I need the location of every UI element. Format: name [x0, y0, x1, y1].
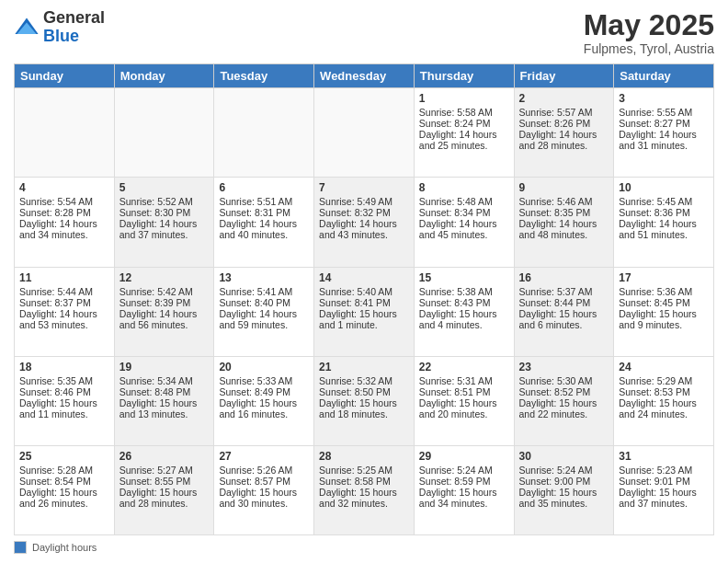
calendar-cell — [214, 88, 314, 178]
calendar-cell: 8Sunrise: 5:48 AMSunset: 8:34 PMDaylight… — [414, 178, 514, 267]
calendar-week-row: 4Sunrise: 5:54 AMSunset: 8:28 PMDaylight… — [15, 178, 714, 267]
day-info: Sunrise: 5:32 AM — [319, 375, 409, 386]
day-number: 27 — [219, 450, 309, 463]
day-info: Sunrise: 5:55 AM — [619, 107, 709, 118]
day-info: Daylight: 14 hours and 48 minutes. — [519, 218, 609, 240]
calendar-cell: 3Sunrise: 5:55 AMSunset: 8:27 PMDaylight… — [614, 88, 714, 178]
day-info: Daylight: 14 hours and 43 minutes. — [319, 218, 409, 240]
day-info: Sunrise: 5:52 AM — [119, 196, 210, 207]
day-info: Daylight: 14 hours and 51 minutes. — [619, 218, 709, 240]
day-info: Daylight: 14 hours and 28 minutes. — [519, 129, 609, 151]
calendar-cell — [15, 88, 115, 178]
day-number: 8 — [419, 181, 509, 194]
day-info: Sunset: 9:00 PM — [519, 476, 609, 487]
calendar-cell: 30Sunrise: 5:24 AMSunset: 9:00 PMDayligh… — [514, 445, 614, 534]
calendar-cell: 12Sunrise: 5:42 AMSunset: 8:39 PMDayligh… — [114, 267, 214, 356]
day-info: Daylight: 15 hours and 9 minutes. — [619, 308, 709, 330]
day-info: Sunrise: 5:44 AM — [19, 286, 109, 297]
day-info: Sunrise: 5:51 AM — [219, 196, 309, 207]
calendar-table: SundayMondayTuesdayWednesdayThursdayFrid… — [14, 63, 714, 535]
day-info: Sunset: 8:39 PM — [119, 297, 210, 308]
calendar-cell: 28Sunrise: 5:25 AMSunset: 8:58 PMDayligh… — [314, 445, 415, 534]
calendar-cell: 18Sunrise: 5:35 AMSunset: 8:46 PMDayligh… — [15, 356, 115, 445]
day-number: 19 — [119, 361, 210, 373]
day-info: Sunset: 8:53 PM — [619, 386, 709, 397]
day-info: Sunset: 8:50 PM — [319, 386, 409, 397]
day-info: Sunrise: 5:42 AM — [119, 286, 210, 297]
day-info: Sunrise: 5:27 AM — [119, 465, 210, 476]
day-info: Daylight: 15 hours and 32 minutes. — [319, 487, 409, 509]
day-number: 20 — [219, 361, 309, 373]
day-info: Sunset: 8:27 PM — [619, 118, 709, 129]
day-info: Sunrise: 5:25 AM — [319, 465, 409, 476]
calendar-cell: 26Sunrise: 5:27 AMSunset: 8:55 PMDayligh… — [114, 445, 214, 534]
day-number: 1 — [419, 92, 509, 105]
calendar-week-row: 11Sunrise: 5:44 AMSunset: 8:37 PMDayligh… — [15, 267, 714, 356]
day-info: Sunrise: 5:24 AM — [419, 465, 509, 476]
day-number: 4 — [19, 181, 109, 194]
day-info: Sunrise: 5:36 AM — [619, 286, 709, 297]
day-info: Daylight: 15 hours and 24 minutes. — [619, 397, 709, 419]
day-info: Sunrise: 5:48 AM — [419, 196, 509, 207]
day-info: Sunset: 8:55 PM — [119, 476, 210, 487]
day-info: Sunrise: 5:24 AM — [519, 465, 609, 476]
logo-blue: Blue — [43, 27, 79, 45]
calendar-cell: 15Sunrise: 5:38 AMSunset: 8:43 PMDayligh… — [414, 267, 514, 356]
logo-icon — [14, 15, 40, 40]
day-info: Daylight: 14 hours and 40 minutes. — [219, 218, 309, 240]
day-info: Sunrise: 5:30 AM — [519, 375, 609, 386]
day-info: Sunset: 8:57 PM — [219, 476, 309, 487]
calendar-cell: 21Sunrise: 5:32 AMSunset: 8:50 PMDayligh… — [314, 356, 415, 445]
day-info: Sunset: 8:35 PM — [519, 207, 609, 218]
day-info: Daylight: 14 hours and 37 minutes. — [119, 218, 210, 240]
logo-text: General Blue — [43, 9, 105, 46]
weekday-header: Wednesday — [314, 64, 415, 88]
day-info: Daylight: 14 hours and 45 minutes. — [419, 218, 509, 240]
logo-general: General — [43, 8, 105, 27]
day-info: Sunrise: 5:29 AM — [619, 375, 709, 386]
day-info: Sunset: 8:37 PM — [19, 297, 109, 308]
day-info: Sunset: 8:36 PM — [619, 207, 709, 218]
calendar-cell: 29Sunrise: 5:24 AMSunset: 8:59 PMDayligh… — [414, 445, 514, 534]
day-info: Sunset: 8:45 PM — [619, 297, 709, 308]
weekday-header: Monday — [114, 64, 214, 88]
daylight-label: Daylight hours — [32, 542, 97, 553]
day-info: Sunset: 8:26 PM — [519, 118, 609, 129]
day-number: 22 — [419, 361, 509, 373]
day-info: Daylight: 15 hours and 35 minutes. — [519, 487, 609, 509]
day-number: 9 — [519, 181, 609, 194]
calendar-cell — [314, 88, 415, 178]
day-info: Sunset: 8:40 PM — [219, 297, 309, 308]
day-info: Sunset: 8:44 PM — [519, 297, 609, 308]
calendar-week-row: 1Sunrise: 5:58 AMSunset: 8:24 PMDaylight… — [15, 88, 714, 178]
day-info: Sunset: 8:31 PM — [219, 207, 309, 218]
calendar-cell: 7Sunrise: 5:49 AMSunset: 8:32 PMDaylight… — [314, 178, 415, 267]
footer: Daylight hours — [14, 541, 714, 554]
calendar-cell: 24Sunrise: 5:29 AMSunset: 8:53 PMDayligh… — [614, 356, 714, 445]
day-info: Daylight: 15 hours and 30 minutes. — [219, 487, 309, 509]
calendar-week-row: 18Sunrise: 5:35 AMSunset: 8:46 PMDayligh… — [15, 356, 714, 445]
day-number: 10 — [619, 181, 709, 194]
day-info: Sunrise: 5:38 AM — [419, 286, 509, 297]
day-number: 18 — [19, 361, 109, 373]
day-info: Daylight: 15 hours and 4 minutes. — [419, 308, 509, 330]
day-info: Daylight: 14 hours and 59 minutes. — [219, 308, 309, 330]
weekday-header-row: SundayMondayTuesdayWednesdayThursdayFrid… — [15, 64, 714, 88]
calendar-cell: 11Sunrise: 5:44 AMSunset: 8:37 PMDayligh… — [15, 267, 115, 356]
day-info: Daylight: 15 hours and 34 minutes. — [419, 487, 509, 509]
day-info: Sunset: 8:52 PM — [519, 386, 609, 397]
day-info: Daylight: 15 hours and 22 minutes. — [519, 397, 609, 419]
day-info: Sunrise: 5:45 AM — [619, 196, 709, 207]
day-number: 25 — [19, 450, 109, 463]
day-info: Daylight: 15 hours and 28 minutes. — [119, 487, 210, 509]
day-number: 16 — [519, 271, 609, 284]
day-number: 24 — [619, 361, 709, 373]
weekday-header: Tuesday — [214, 64, 314, 88]
day-info: Sunset: 8:41 PM — [319, 297, 409, 308]
day-number: 13 — [219, 271, 309, 284]
logo: General Blue — [14, 9, 105, 46]
weekday-header: Friday — [514, 64, 614, 88]
calendar-cell: 10Sunrise: 5:45 AMSunset: 8:36 PMDayligh… — [614, 178, 714, 267]
day-info: Sunrise: 5:31 AM — [419, 375, 509, 386]
day-number: 21 — [319, 361, 409, 373]
